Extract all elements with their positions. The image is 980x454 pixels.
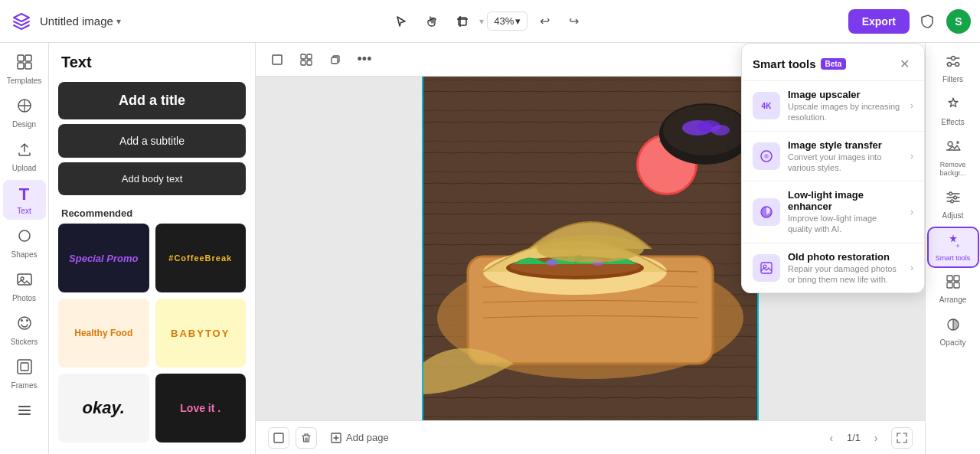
doc-title-area[interactable]: Untitled image ▾ [40,15,121,28]
fullscreen-btn[interactable] [891,427,913,449]
right-item-opacity[interactable]: Opacity [929,312,978,352]
sidebar-item-frames[interactable]: Frames [3,354,46,394]
more-canvas-options-btn[interactable]: ••• [352,47,377,72]
right-item-adjust[interactable]: Adjust [929,185,978,225]
template-okay[interactable]: okay. [58,374,149,443]
delete-btn[interactable] [296,427,317,449]
canvas-page-wrapper: Page 1 [422,77,759,420]
sidebar-item-stickers[interactable]: Stickers [3,310,46,351]
template-coffee-break[interactable]: #CoffeeBreak [155,224,247,292]
style-transfer-desc: Convert your images into various styles. [788,152,903,174]
svg-rect-15 [273,55,282,64]
svg-point-48 [953,196,956,199]
text-panel: Text Add a title Add a subtitle Add body… [49,43,256,454]
template-coffee-break-text: #CoffeeBreak [168,253,232,263]
redo-btn[interactable]: ↪ [560,8,587,35]
sidebar-item-shapes[interactable]: Shapes [3,223,46,263]
sidebar-item-frames-label: Frames [11,381,38,390]
app-logo[interactable] [9,9,34,34]
sidebar-item-text[interactable]: T Text [3,180,46,220]
svg-rect-50 [947,276,952,281]
canvas-and-right: ••• Page 1 [256,43,980,454]
style-transfer-chevron: › [910,151,913,162]
canvas-tools: ▾ 43% ▾ ↩ ↪ [133,8,842,35]
sidebar-item-upload[interactable]: Upload [3,136,46,177]
recommended-label: Recommended [49,200,255,224]
svg-point-8 [21,277,24,280]
resize-canvas-btn[interactable] [294,47,318,72]
stickers-icon [16,315,33,335]
smart-tool-image-upscaler[interactable]: 4K Image upscaler Upscale images by incr… [742,80,924,131]
svg-point-49 [950,200,953,203]
zoom-control[interactable]: 43% ▾ [487,11,528,31]
more-icon [16,402,33,423]
text-icon: T [19,185,29,204]
text-panel-header: Text [49,43,255,77]
svg-rect-10 [18,360,31,374]
svg-rect-4 [25,63,31,69]
add-title-btn[interactable]: Add a title [58,82,246,119]
template-healthy-food[interactable]: Healthy Food [58,299,149,367]
svg-rect-11 [21,363,28,371]
topbar: Untitled image ▾ ▾ 43% ▾ ↩ ↪ Export S [0,0,980,43]
select-tool-btn[interactable] [387,8,415,35]
style-transfer-name: Image style transfer [788,139,903,151]
doc-title: Untitled image [40,15,113,28]
right-item-arrange[interactable]: Arrange [929,269,978,309]
add-body-btn[interactable]: Add body text [58,162,246,195]
crop-canvas-btn[interactable] [265,47,289,72]
canvas-image[interactable] [422,77,759,420]
smart-panel-close-btn[interactable]: ✕ [895,54,913,73]
svg-rect-20 [332,57,338,64]
template-special-promo[interactable]: Special Promo [58,224,149,292]
right-item-smart-tools[interactable]: Smart tools [929,228,978,267]
sidebar-item-templates[interactable]: Templates [3,49,46,90]
sidebar-item-templates-label: Templates [7,77,42,85]
svg-point-30 [546,260,558,266]
smart-tool-low-light[interactable]: Low-light image enhancer Improve low-lig… [742,181,924,243]
prev-page-btn[interactable]: ‹ [821,427,842,449]
low-light-name: Low-light image enhancer [788,189,903,212]
right-item-remove-bg[interactable]: Remove backgr... [929,135,978,182]
template-babytoy[interactable]: BABYTOY [155,299,247,367]
svg-rect-1 [18,55,24,61]
template-grid: Special Promo #CoffeeBreak Healthy Food … [49,224,255,452]
design-icon [16,97,33,118]
adjust-icon [946,190,961,209]
layout-btn[interactable] [268,427,289,449]
svg-rect-18 [301,60,305,65]
next-page-btn[interactable]: › [865,427,887,449]
arrange-label: Arrange [939,296,967,305]
template-healthy-food-text: Healthy Food [74,328,132,338]
template-special-promo-text: Special Promo [69,253,138,264]
undo-redo-group: ↩ ↪ [531,8,587,35]
add-page-label: Add page [346,432,389,443]
crop-tool-btn[interactable] [449,8,476,35]
undo-btn[interactable]: ↩ [531,8,558,35]
template-love-it[interactable]: Love it . [155,374,247,443]
crop-chevron[interactable]: ▾ [479,16,484,27]
smart-tool-photo-restoration[interactable]: Old photo restoration Repair your damage… [742,243,924,293]
smart-tools-icon [946,233,961,252]
svg-point-45 [947,63,951,67]
export-button[interactable]: Export [848,9,910,34]
duplicate-canvas-btn[interactable] [323,47,348,72]
hand-tool-btn[interactable] [418,8,446,35]
svg-rect-19 [307,60,312,65]
template-okay-text: okay. [83,398,125,418]
smart-panel-title: Smart tools [753,57,816,70]
sidebar-item-more[interactable] [3,397,46,427]
upscaler-text: Image upscaler Upscale images by increas… [788,89,903,123]
right-item-filters[interactable]: Filters [929,49,978,89]
sidebar-item-photos[interactable]: Photos [3,266,46,307]
shield-icon[interactable] [916,9,940,34]
left-sidebar: Templates Design Upload T Text Shapes [0,43,49,454]
add-page-btn[interactable]: Add page [323,429,397,446]
smart-tool-style-transfer[interactable]: Image style transfer Convert your images… [742,131,924,181]
templates-icon [16,54,33,74]
user-avatar[interactable]: S [946,9,971,34]
sidebar-item-design[interactable]: Design [3,93,46,133]
right-item-effects[interactable]: Effects [929,92,978,132]
svg-point-41 [711,125,730,136]
add-subtitle-btn[interactable]: Add a subtitle [58,124,246,158]
